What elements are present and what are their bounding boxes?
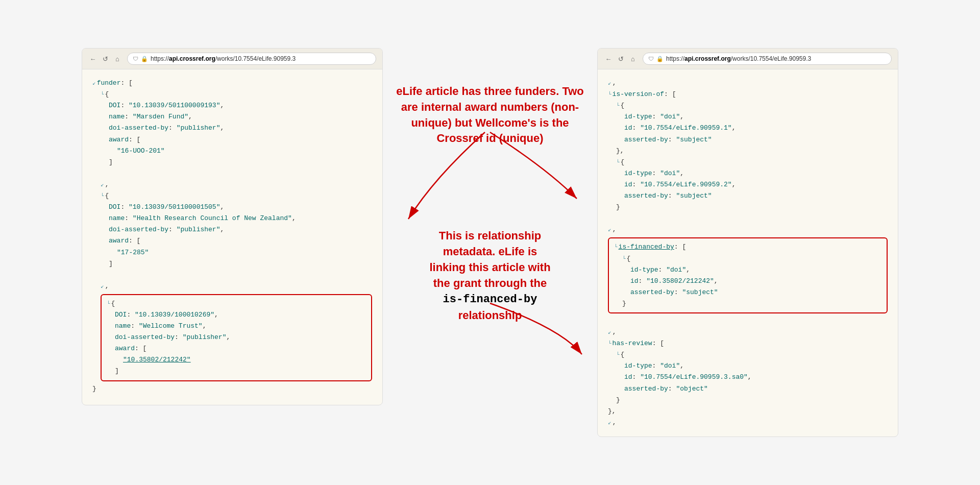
code-row: id: "10.35802/212242", xyxy=(614,276,881,287)
code-block-left: ↙funder: [ └{ DOI: "10.13039/50110000919… xyxy=(92,78,372,395)
code-row: DOI: "10.13039/501100001505", xyxy=(92,202,372,213)
code-row: id-type: "doi", xyxy=(608,111,888,123)
code-row: └{ xyxy=(608,100,888,111)
shield-icon-left: 🛡 xyxy=(133,56,138,62)
code-row: ] xyxy=(92,258,372,270)
code-row: } xyxy=(614,298,881,309)
highlight-box-right: └is-financed-by: [ └{ id-type: "doi", id… xyxy=(608,237,888,313)
code-row: ] xyxy=(107,366,366,377)
code-row: DOI: "10.13039/100010269", xyxy=(107,309,366,321)
annotation-area: eLife article has three funders. Two are… xyxy=(383,48,597,329)
lock-icon-left: 🔒 xyxy=(141,56,148,62)
code-row: ↙, xyxy=(608,417,888,428)
code-content-right: ↙, └is-version-of: [ └{ id-type: "doi", … xyxy=(598,69,898,436)
code-row: └is-version-of: [ xyxy=(608,89,888,100)
shield-icon-right: 🛡 xyxy=(648,56,654,62)
lock-icon-right: 🔒 xyxy=(656,56,664,62)
code-row: asserted-by: "subject" xyxy=(608,190,888,202)
reload-button-right[interactable]: ↺ xyxy=(616,54,625,63)
annotation-top: eLife article has three funders. Two are… xyxy=(383,79,597,152)
code-row: ↙, xyxy=(92,179,372,190)
code-row: └{ xyxy=(608,157,888,168)
code-row: DOI: "10.13039/501100009193", xyxy=(92,100,372,111)
code-row: id: "10.7554/eLife.90959.2", xyxy=(608,179,888,190)
code-row: ↙funder: [ xyxy=(92,78,372,89)
code-row: └{ xyxy=(107,298,366,309)
back-button-right[interactable]: ← xyxy=(604,54,613,63)
url-left: https://api.crossref.org/works/10.7554/e… xyxy=(151,55,296,62)
code-row: id: "10.7554/eLife.90959.1", xyxy=(608,123,888,134)
code-row: name: "Marsden Fund", xyxy=(92,111,372,123)
code-row: └{ xyxy=(92,89,372,100)
code-row: └{ xyxy=(614,253,881,264)
code-row: asserted-by: "object" xyxy=(608,383,888,395)
annotation-mono: is-financed-by xyxy=(443,293,537,306)
annotation-line1: This is relationship xyxy=(439,229,541,242)
annotation-line2: metadata. eLife is xyxy=(443,245,537,258)
nav-icons-left: ← ↺ ⌂ xyxy=(88,54,122,63)
annotation-line3: linking this article with xyxy=(429,261,550,274)
browser-panel-right: ← ↺ ⌂ 🛡 🔒 https://api.crossref.org/works… xyxy=(597,48,898,437)
code-row: name: "Wellcome Trust", xyxy=(107,321,366,332)
main-container: ← ↺ ⌂ 🛡 🔒 https://api.crossref.org/works… xyxy=(5,38,975,447)
reload-button-left[interactable]: ↺ xyxy=(101,54,110,63)
domain-left: api.crossref.org xyxy=(169,55,215,62)
code-row: id-type: "doi", xyxy=(608,360,888,372)
url-right: https://api.crossref.org/works/10.7554/e… xyxy=(666,55,811,62)
code-row: award: [ xyxy=(92,235,372,247)
code-row: └{ xyxy=(92,190,372,202)
code-block-right: ↙, └is-version-of: [ └{ id-type: "doi", … xyxy=(608,78,888,428)
code-row: }, xyxy=(608,146,888,157)
annotation-line5: relationship xyxy=(458,309,522,322)
annotation-bottom-text: This is relationship metadata. eLife is … xyxy=(429,228,550,324)
code-row: doi-asserted-by: "publisher", xyxy=(92,123,372,134)
code-row: doi-asserted-by: "publisher", xyxy=(92,224,372,235)
code-row: id: "10.7554/eLife.90959.3.sa0", xyxy=(608,372,888,383)
code-row: ] xyxy=(92,157,372,168)
code-row: id-type: "doi", xyxy=(608,168,888,179)
nav-icons-right: ← ↺ ⌂ xyxy=(604,54,638,63)
browser-toolbar-right: ← ↺ ⌂ 🛡 🔒 https://api.crossref.org/works… xyxy=(598,48,898,69)
code-row: ↙, xyxy=(92,281,372,292)
code-row: id-type: "doi", xyxy=(614,264,881,276)
code-row: └has-review: [ xyxy=(608,338,888,349)
code-row: ↙, xyxy=(608,224,888,235)
browser-toolbar-left: ← ↺ ⌂ 🛡 🔒 https://api.crossref.org/works… xyxy=(82,48,382,69)
annotation-line4: the grant through the xyxy=(433,277,547,289)
code-row: award: [ xyxy=(107,343,366,354)
code-row: name: "Health Research Council of New Ze… xyxy=(92,213,372,224)
code-row: "16-UOO-201" xyxy=(92,146,372,157)
domain-right: api.crossref.org xyxy=(684,55,731,62)
code-row: └{ xyxy=(608,349,888,360)
home-button-right[interactable]: ⌂ xyxy=(628,54,638,63)
code-row: } xyxy=(608,395,888,406)
address-bar-right[interactable]: 🛡 🔒 https://api.crossref.org/works/10.75… xyxy=(643,53,892,65)
code-row: ↙, xyxy=(608,78,888,89)
code-row: } xyxy=(608,202,888,213)
back-button-left[interactable]: ← xyxy=(88,54,97,63)
annotation-bottom: This is relationship metadata. eLife is … xyxy=(419,223,560,329)
code-row: }, xyxy=(608,406,888,417)
code-content-left: ↙funder: [ └{ DOI: "10.13039/50110000919… xyxy=(82,69,382,403)
code-row: └is-financed-by: [ xyxy=(614,241,881,253)
address-bar-left[interactable]: 🛡 🔒 https://api.crossref.org/works/10.75… xyxy=(127,53,376,65)
annotation-top-text: eLife article has three funders. Two are… xyxy=(393,84,587,147)
code-row: ↙, xyxy=(608,327,888,338)
code-row: asserted-by: "subject" xyxy=(608,134,888,146)
code-row: "10.35802/212242" xyxy=(107,354,366,366)
code-row: doi-asserted-by: "publisher", xyxy=(107,332,366,343)
code-row: award: [ xyxy=(92,134,372,146)
code-row: "17-285" xyxy=(92,247,372,258)
browser-panel-left: ← ↺ ⌂ 🛡 🔒 https://api.crossref.org/works… xyxy=(82,48,383,405)
code-row: asserted-by: "subject" xyxy=(614,287,881,298)
code-row: } xyxy=(92,383,372,395)
highlight-box-left: └{ DOI: "10.13039/100010269", name: "Wel… xyxy=(101,294,372,381)
home-button-left[interactable]: ⌂ xyxy=(113,54,122,63)
